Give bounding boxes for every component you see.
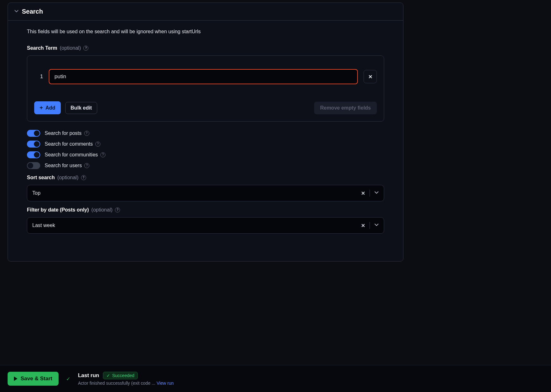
sort-label: Sort search (27, 175, 55, 180)
chevron-down-icon (14, 9, 19, 14)
toggle[interactable] (27, 141, 40, 148)
list-item: 1 ✕ (34, 69, 377, 84)
help-icon[interactable]: ? (84, 131, 89, 136)
search-term-label: Search Term (optional) ? (27, 45, 384, 51)
toggle[interactable] (27, 151, 40, 158)
search-term-input[interactable] (49, 69, 358, 84)
filter-date-select[interactable]: Last week ✕ (27, 217, 384, 234)
section-body: This fields will be used on the search a… (8, 21, 403, 240)
select-value: Top (32, 190, 361, 196)
help-icon[interactable]: ? (83, 46, 88, 51)
select-value: Last week (32, 223, 361, 228)
sort-field: Sort search (optional) ? Top ✕ (27, 175, 384, 201)
remove-row-button[interactable]: ✕ (364, 70, 377, 83)
remove-empty-button: Remove empty fields (314, 102, 377, 114)
help-icon[interactable]: ? (115, 207, 120, 212)
toggle-label: Search for communities (45, 152, 98, 158)
toggle-search-users: Search for users? (27, 162, 384, 169)
toggle-label: Search for users (45, 163, 82, 168)
clear-icon[interactable]: ✕ (361, 223, 365, 229)
toggle[interactable] (27, 162, 40, 169)
toggle-search-comments: Search for comments? (27, 141, 384, 148)
sort-select[interactable]: Top ✕ (27, 185, 384, 201)
add-button[interactable]: + Add (34, 101, 61, 114)
toggle-label: Search for posts (45, 130, 82, 136)
help-icon[interactable]: ? (81, 175, 86, 180)
close-icon: ✕ (368, 74, 372, 80)
help-icon[interactable]: ? (100, 152, 105, 157)
toggle-search-posts: Search for posts? (27, 130, 384, 137)
filter-date-field: Filter by date (Posts only) (optional) ?… (27, 207, 384, 234)
list-actions: + Add Bulk edit Remove empty fields (34, 101, 377, 114)
search-term-list: 1 ✕ + Add Bulk edit Remove empty fields (27, 55, 384, 122)
section-title: Search (22, 8, 43, 15)
help-icon[interactable]: ? (84, 163, 89, 168)
plus-icon: + (40, 104, 43, 111)
toggle-label: Search for comments (45, 141, 93, 147)
search-panel: Search This fields will be used on the s… (8, 3, 403, 262)
toggle-search-communities: Search for communities? (27, 151, 384, 158)
section-description: This fields will be used on the search a… (27, 29, 384, 35)
filter-date-label: Filter by date (Posts only) (27, 207, 89, 213)
chevron-down-icon (374, 190, 379, 196)
clear-icon[interactable]: ✕ (361, 190, 365, 196)
list-index: 1 (34, 73, 43, 80)
help-icon[interactable]: ? (95, 142, 100, 147)
bulk-edit-button[interactable]: Bulk edit (65, 102, 98, 114)
toggle[interactable] (27, 130, 40, 137)
section-toggle[interactable]: Search (8, 3, 403, 21)
chevron-down-icon (374, 223, 379, 228)
